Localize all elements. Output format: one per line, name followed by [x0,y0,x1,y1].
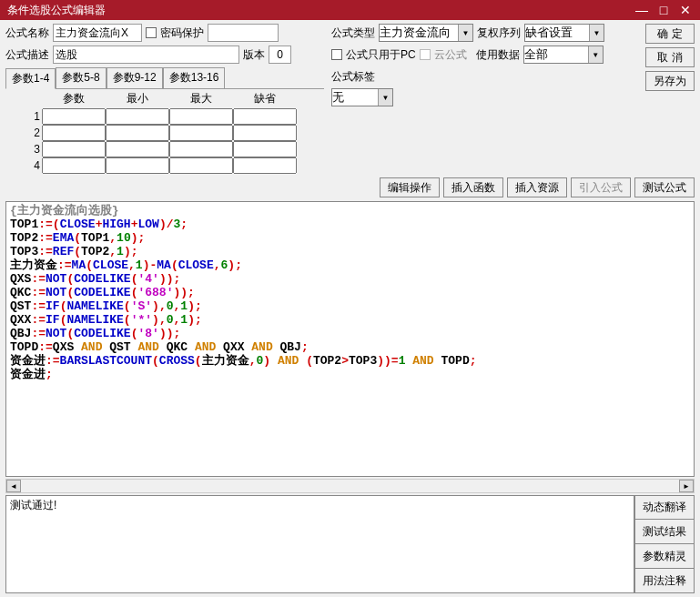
col-min: 最小 [106,91,169,108]
version-label: 版本 [243,47,265,63]
p3-name[interactable] [42,141,106,157]
p4-max[interactable] [169,157,233,174]
tab-params-13-16[interactable]: 参数13-16 [163,67,226,88]
formula-type-select[interactable]: ▼ [379,24,473,42]
col-max: 最大 [169,91,233,108]
p1-min[interactable] [106,108,169,125]
status-message: 测试通过! [10,499,56,511]
insert-func-button[interactable]: 插入函数 [443,177,503,197]
p1-max[interactable] [169,108,233,125]
p4-min[interactable] [106,157,169,174]
p2-max[interactable] [169,125,233,141]
scroll-right-icon[interactable]: ► [679,480,694,492]
scroll-left-icon[interactable]: ◄ [6,480,21,492]
tab-params-5-8[interactable]: 参数5-8 [56,67,106,88]
p2-min[interactable] [106,125,169,141]
chevron-down-icon[interactable]: ▼ [378,89,392,106]
formula-name-label: 公式名称 [5,25,49,41]
only-pc-checkbox[interactable] [331,49,342,60]
version-input[interactable] [269,46,291,64]
param-grid: 参数 最小 最大 缺省 1 2 3 4 [5,89,324,176]
pwd-protect-label: 密码保护 [160,25,204,41]
code-editor[interactable]: {主力资金流向选股} TOP1:=(CLOSE+HIGH+LOW)/3; TOP… [5,201,695,477]
p3-def[interactable] [233,141,297,157]
cloud-checkbox [420,49,431,60]
maximize-button[interactable]: □ [653,3,675,17]
chevron-down-icon[interactable]: ▼ [458,25,472,41]
formula-tag-label: 公式标签 [331,69,375,85]
cancel-button[interactable]: 取 消 [645,47,695,67]
h-scrollbar[interactable]: ◄ ► [5,479,695,493]
test-formula-button[interactable]: 测试公式 [634,177,695,197]
cloud-label: 云公式 [434,47,467,63]
ok-button[interactable]: 确 定 [645,24,695,44]
p3-max[interactable] [169,141,233,157]
use-data-label: 使用数据 [476,47,520,63]
formula-desc-input[interactable] [53,46,239,64]
dyn-trans-button[interactable]: 动态翻译 [634,495,695,520]
p2-name[interactable] [42,125,106,141]
insert-res-button[interactable]: 插入资源 [507,177,567,197]
restore-seq-label: 复权序列 [477,25,521,41]
p1-name[interactable] [42,108,106,125]
save-as-button[interactable]: 另存为 [645,71,695,91]
restore-seq-select[interactable]: ▼ [524,24,604,42]
param-wizard-button[interactable]: 参数精灵 [634,544,695,569]
formula-type-label: 公式类型 [331,25,375,41]
param-tabs: 参数1-4 参数5-8 参数9-12 参数13-16 [5,67,324,89]
formula-desc-label: 公式描述 [5,47,49,63]
titlebar: 条件选股公式编辑器 — □ ✕ [0,0,700,20]
only-pc-label: 公式只用于PC [346,47,416,63]
window-title: 条件选股公式编辑器 [4,3,631,18]
col-param: 参数 [42,91,106,108]
p4-name[interactable] [42,157,106,174]
tab-params-1-4[interactable]: 参数1-4 [5,68,56,89]
chevron-down-icon[interactable]: ▼ [589,25,604,41]
usage-note-button[interactable]: 用法注释 [634,569,695,593]
pwd-protect-checkbox[interactable] [146,27,157,38]
test-result-button[interactable]: 测试结果 [634,520,695,544]
chevron-down-icon[interactable]: ▼ [588,46,603,63]
p1-def[interactable] [233,108,297,125]
use-data-select[interactable]: ▼ [523,46,604,64]
import-formula-button: 引入公式 [571,177,631,197]
p4-def[interactable] [233,157,297,174]
p3-min[interactable] [106,141,169,157]
col-default: 缺省 [233,91,297,108]
status-box: 测试通过! [5,495,634,593]
formula-tag-select[interactable]: ▼ [331,88,393,106]
p2-def[interactable] [233,125,297,141]
formula-name-input[interactable] [53,24,142,42]
close-button[interactable]: ✕ [675,3,696,17]
tab-params-9-12[interactable]: 参数9-12 [107,67,163,88]
edit-op-button[interactable]: 编辑操作 [380,177,440,197]
minimize-button[interactable]: — [631,3,653,17]
pwd-input[interactable] [208,24,279,42]
